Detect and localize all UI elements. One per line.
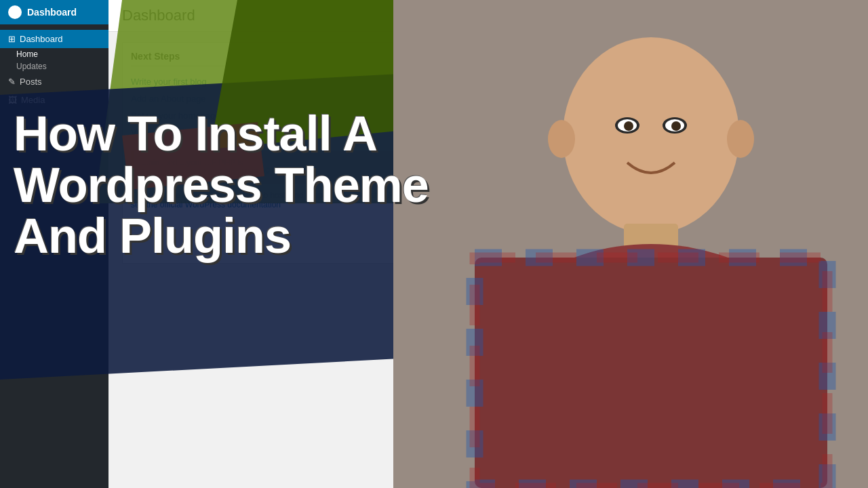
title-overlay: How To Install A Wordpress Theme And Plu… xyxy=(14,108,502,262)
media-icon: 🖼 xyxy=(8,95,17,105)
svg-point-18 xyxy=(548,120,575,158)
home-label: Home xyxy=(16,49,38,59)
updates-label: Updates xyxy=(16,62,47,71)
svg-point-17 xyxy=(671,121,681,131)
posts-icon: ✎ xyxy=(8,77,16,87)
dashboard-icon: ⊞ xyxy=(8,34,16,44)
sidebar-nav: ⊞ Dashboard Home Updates ✎ Posts 🖼 Media xyxy=(0,24,108,115)
sidebar-item-home[interactable]: Home xyxy=(0,48,108,60)
sidebar-posts-label: Posts xyxy=(20,77,42,87)
about-page-link[interactable]: Add an About page xyxy=(131,94,206,104)
svg-rect-9 xyxy=(475,258,827,488)
wp-logo-icon: W xyxy=(8,5,22,19)
title-text: How To Install A Wordpress Theme And Plu… xyxy=(14,108,502,262)
sidebar-media-label: Media xyxy=(21,95,45,105)
sidebar-dashboard-label: Dashboard xyxy=(20,34,63,44)
sidebar-item-posts[interactable]: ✎ Posts xyxy=(0,73,108,91)
svg-point-19 xyxy=(727,120,754,158)
sidebar-item-updates[interactable]: Updates xyxy=(0,60,108,73)
svg-point-16 xyxy=(624,121,633,131)
sidebar-item-dashboard[interactable]: ⊞ Dashboard xyxy=(0,30,108,48)
svg-point-6 xyxy=(563,37,739,234)
write-blog-link[interactable]: Write your first blog xyxy=(131,77,207,87)
sidebar-header: W Dashboard xyxy=(0,0,108,24)
sidebar-header-label: Dashboard xyxy=(27,7,77,18)
